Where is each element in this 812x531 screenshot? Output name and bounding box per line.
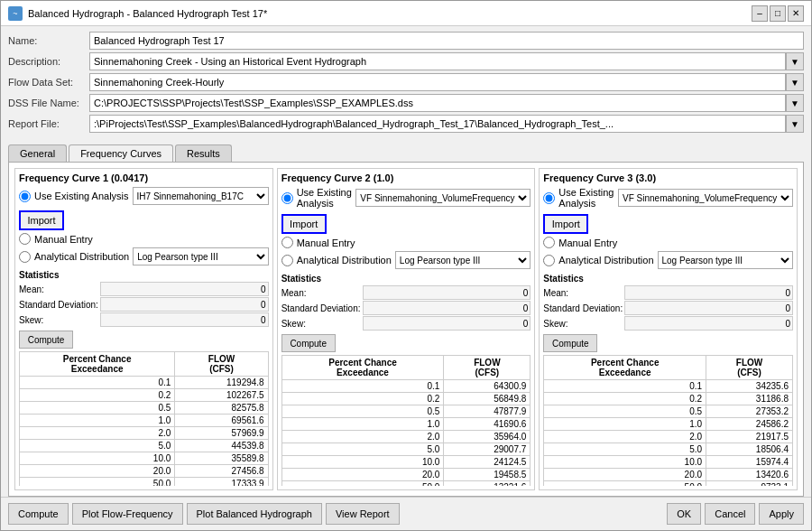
col3-th2: FLOW(CFS) — [706, 356, 793, 380]
compute-button-2[interactable]: Compute — [281, 334, 336, 352]
plot-balanced-button[interactable]: Plot Balanced Hydrograph — [187, 503, 322, 525]
mean-label-1: Mean: — [19, 284, 100, 294]
import-button-1[interactable]: Import — [19, 210, 64, 230]
mean-input-1[interactable] — [100, 282, 269, 296]
table-row: 50.017333.9 — [20, 478, 269, 487]
use-existing-radio-1[interactable] — [19, 191, 31, 202]
cancel-button[interactable]: Cancel — [705, 503, 755, 525]
analytical-dropdown-2[interactable]: Log Pearson type III — [395, 251, 531, 269]
close-button[interactable]: ✕ — [788, 5, 804, 22]
existing-dropdown-2[interactable]: VF Sinnemahoning_VolumeFrequency — [355, 189, 531, 207]
table-row: 50.013221.6 — [281, 481, 531, 487]
dss-input[interactable] — [89, 94, 786, 112]
table-row: 0.164300.9 — [281, 380, 531, 393]
stddev-label-1: Standard Deviation: — [19, 300, 100, 310]
existing-dropdown-1[interactable]: IH7 Sinnemahoning_B17C — [133, 187, 269, 205]
desc-input[interactable] — [89, 52, 786, 70]
freq-col-3: Frequency Curve 3 (3.0) Use Existing Ana… — [539, 168, 798, 490]
col3-th1: Percent ChanceExceedance — [544, 356, 706, 380]
dss-dropdown-btn[interactable]: ▼ — [786, 94, 804, 112]
stddev-input-1[interactable] — [100, 297, 269, 312]
manual-radio-2[interactable] — [281, 237, 293, 248]
data-table-2: Percent ChanceExceedance FLOW(CFS) 0.164… — [281, 355, 531, 486]
tab-results[interactable]: Results — [175, 144, 232, 162]
mean-input-2[interactable] — [363, 285, 531, 300]
table-row: 0.256849.8 — [281, 393, 531, 405]
analytical-dropdown-1[interactable]: Log Pearson type III — [133, 247, 269, 266]
mean-input-3[interactable] — [624, 285, 793, 300]
table-row: 2.035964.0 — [281, 431, 531, 443]
skew-label-3: Skew: — [543, 319, 624, 329]
name-label: Name: — [8, 35, 89, 46]
plot-flow-button[interactable]: Plot Flow-Frequency — [72, 503, 183, 525]
col2-th1: Percent ChanceExceedance — [281, 356, 444, 380]
table-row: 10.015974.4 — [544, 456, 793, 469]
table-row: 5.029007.7 — [281, 443, 531, 456]
freq-col-2-header: Frequency Curve 2 (1.0) — [281, 172, 531, 183]
skew-input-3[interactable] — [624, 316, 793, 331]
skew-label-1: Skew: — [19, 315, 100, 325]
skew-label-2: Skew: — [281, 319, 363, 329]
skew-input-2[interactable] — [363, 316, 531, 331]
stddev-label-3: Standard Deviation: — [543, 303, 624, 313]
col1-th1: Percent ChanceExceedance — [20, 352, 175, 377]
freq-col-2: Frequency Curve 2 (1.0) Use Existing Ana… — [277, 168, 536, 490]
compute-button-1[interactable]: Compute — [19, 331, 73, 349]
apply-button[interactable]: Apply — [759, 503, 804, 525]
analytical-radio-3[interactable] — [543, 255, 555, 266]
stddev-input-3[interactable] — [624, 301, 793, 315]
bottom-bar: Compute Plot Flow-Frequency Plot Balance… — [1, 497, 811, 530]
stddev-label-2: Standard Deviation: — [281, 303, 363, 313]
table-row: 1.024586.2 — [544, 418, 793, 431]
title-bar: ~ Balanced Hydrograph - Balanced Hydrogr… — [1, 1, 811, 26]
analytical-radio-2[interactable] — [281, 255, 293, 266]
tabs: General Frequency Curves Results — [1, 141, 811, 162]
data-table-3: Percent ChanceExceedance FLOW(CFS) 0.134… — [543, 355, 793, 486]
manual-radio-3[interactable] — [543, 237, 555, 248]
freq-col-1-header: Frequency Curve 1 (0.0417) — [19, 172, 269, 183]
manual-label-1: Manual Entry — [34, 234, 93, 245]
desc-dropdown-btn[interactable]: ▼ — [786, 52, 804, 70]
table-row: 0.527353.2 — [544, 405, 793, 418]
desc-label: Description: — [8, 56, 89, 67]
stddev-input-2[interactable] — [363, 301, 531, 315]
analytical-label-2: Analytical Distribution — [297, 255, 392, 266]
data-table-1: Percent ChanceExceedance FLOW(CFS) 0.111… — [19, 351, 269, 486]
tab-frequency-curves[interactable]: Frequency Curves — [69, 144, 173, 162]
report-dropdown-btn[interactable]: ▼ — [786, 115, 804, 133]
manual-radio-1[interactable] — [19, 233, 31, 245]
report-label: Report File: — [8, 118, 89, 129]
use-existing-radio-2[interactable] — [281, 192, 293, 204]
skew-input-1[interactable] — [100, 312, 269, 327]
stats-label-1: Statistics — [19, 270, 269, 280]
table-row: 0.231186.8 — [544, 393, 793, 405]
analytical-dropdown-3[interactable]: Log Pearson type III — [658, 251, 794, 269]
tab-general[interactable]: General — [8, 144, 67, 162]
table-row: 1.069561.6 — [20, 415, 269, 427]
analytical-radio-1[interactable] — [19, 251, 31, 263]
minimize-button[interactable]: – — [752, 5, 768, 22]
flowdata-dropdown-btn[interactable]: ▼ — [786, 73, 804, 91]
col1-th2: FLOW(CFS) — [175, 352, 268, 377]
table-row: 2.057969.9 — [20, 427, 269, 440]
app-icon: ~ — [8, 6, 23, 21]
flowdata-input[interactable] — [89, 73, 786, 91]
existing-dropdown-3[interactable]: VF Sinnemahoning_VolumeFrequency — [618, 189, 793, 207]
report-input[interactable] — [89, 115, 786, 133]
import-button-3[interactable]: Import — [543, 214, 588, 234]
manual-label-3: Manual Entry — [558, 238, 617, 248]
compute-main-button[interactable]: Compute — [8, 503, 69, 525]
name-input[interactable] — [89, 32, 804, 50]
table-row: 0.1119294.8 — [20, 377, 269, 389]
maximize-button[interactable]: □ — [770, 5, 786, 22]
ok-button[interactable]: OK — [667, 503, 701, 525]
use-existing-radio-3[interactable] — [543, 192, 555, 204]
flowdata-label: Flow Data Set: — [8, 77, 89, 88]
compute-button-3[interactable]: Compute — [543, 334, 597, 352]
table-row: 0.582575.8 — [20, 402, 269, 415]
import-button-2[interactable]: Import — [281, 214, 327, 234]
mean-label-2: Mean: — [281, 288, 363, 298]
use-existing-label-1: Use Existing Analysis — [34, 191, 129, 201]
use-existing-label-2: Use Existing Analysis — [297, 187, 353, 209]
view-report-button[interactable]: View Report — [326, 503, 400, 525]
